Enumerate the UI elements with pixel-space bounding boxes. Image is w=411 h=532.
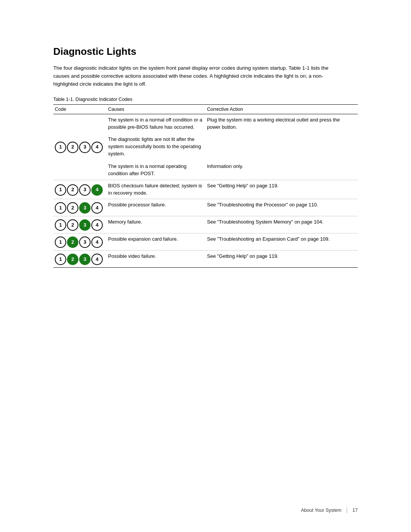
circle-3: 3 <box>79 184 91 196</box>
circle-2: 2 <box>67 219 78 231</box>
circle-3: 3 <box>79 142 91 153</box>
cause-cell: Possible processor failure. <box>107 199 206 216</box>
intro-paragraph: The four diagnostic indicator lights on … <box>53 64 342 88</box>
cause-cell: BIOS checksum failure detected; system i… <box>107 180 206 199</box>
circle-4: 4 <box>91 142 103 153</box>
code-circles: 1234 <box>55 202 104 214</box>
diagnostic-table: Code Causes Corrective Action 1234The sy… <box>53 104 358 268</box>
table-caption: Table 1-1. Diagnostic Indicator Codes <box>53 97 358 102</box>
page: Diagnostic Lights The four diagnostic in… <box>0 0 411 532</box>
action-cell: Information only. <box>206 160 358 180</box>
circle-2: 2 <box>67 202 78 214</box>
circle-4: 4 <box>91 236 103 248</box>
circle-1: 1 <box>55 184 66 196</box>
footer-section: About Your System <box>301 508 341 513</box>
col-header-causes: Causes <box>107 104 206 114</box>
code-circles: 1234 <box>55 184 104 196</box>
circle-3: 3 <box>79 202 91 214</box>
cause-cell: Possible video failure. <box>107 251 206 268</box>
cause-cell: Memory failure. <box>107 216 206 233</box>
col-header-action: Corrective Action <box>206 104 358 114</box>
circle-4: 4 <box>91 202 103 214</box>
code-cell: 1234 <box>53 251 107 268</box>
code-circles: 1234 <box>55 236 104 248</box>
circle-2: 2 <box>67 142 78 153</box>
footer-divider <box>347 508 347 513</box>
table-row: 1234Possible expansion card failure.See … <box>53 233 358 251</box>
code-cell: 1234 <box>53 216 107 233</box>
circle-3: 3 <box>79 219 91 231</box>
action-cell: See "Troubleshooting the Processor" on p… <box>206 199 358 216</box>
cause-cell: Possible expansion card failure. <box>107 233 206 251</box>
action-cell: See "Troubleshooting System Memory" on p… <box>206 216 358 233</box>
code-cell: 1234 <box>53 180 107 199</box>
circle-1: 1 <box>55 219 66 231</box>
circle-3: 3 <box>79 236 91 248</box>
circle-2: 2 <box>67 254 78 265</box>
circle-4: 4 <box>91 254 103 265</box>
circle-4: 4 <box>91 184 103 196</box>
table-row: 1234Possible processor failure.See "Trou… <box>53 199 358 216</box>
circle-2: 2 <box>67 236 78 248</box>
cause-cell: The system is in a normal off condition … <box>107 114 206 133</box>
action-cell: See "Getting Help" on page 119. <box>206 180 358 199</box>
footer-page: 17 <box>352 508 358 513</box>
cause-cell: The system is in a normal operating cond… <box>107 160 206 180</box>
page-footer: About Your System 17 <box>301 508 358 513</box>
table-row: 1234BIOS checksum failure detected; syst… <box>53 180 358 199</box>
code-circles: 1234 <box>55 142 104 153</box>
code-circles: 1234 <box>55 219 104 231</box>
page-title: Diagnostic Lights <box>53 46 358 58</box>
action-cell: Plug the system into a working electrica… <box>206 114 358 133</box>
code-cell: 1234 <box>53 199 107 216</box>
circle-1: 1 <box>55 142 66 153</box>
circle-4: 4 <box>91 219 103 231</box>
code-circles: 1234 <box>55 254 104 265</box>
action-cell <box>206 133 358 160</box>
action-cell: See "Getting Help" on page 119. <box>206 251 358 268</box>
circle-3: 3 <box>79 254 91 265</box>
circle-1: 1 <box>55 236 66 248</box>
action-cell: See "Troubleshooting an Expansion Card" … <box>206 233 358 251</box>
cause-cell: The diagnostic lights are not lit after … <box>107 133 206 160</box>
circle-1: 1 <box>55 202 66 214</box>
circle-1: 1 <box>55 254 66 265</box>
table-row: 1234The system is in a normal off condit… <box>53 114 358 133</box>
table-row: 1234Possible video failure.See "Getting … <box>53 251 358 268</box>
col-header-code: Code <box>53 104 107 114</box>
code-cell: 1234 <box>53 114 107 180</box>
code-cell: 1234 <box>53 233 107 251</box>
circle-2: 2 <box>67 184 78 196</box>
table-row: 1234Memory failure.See "Troubleshooting … <box>53 216 358 233</box>
